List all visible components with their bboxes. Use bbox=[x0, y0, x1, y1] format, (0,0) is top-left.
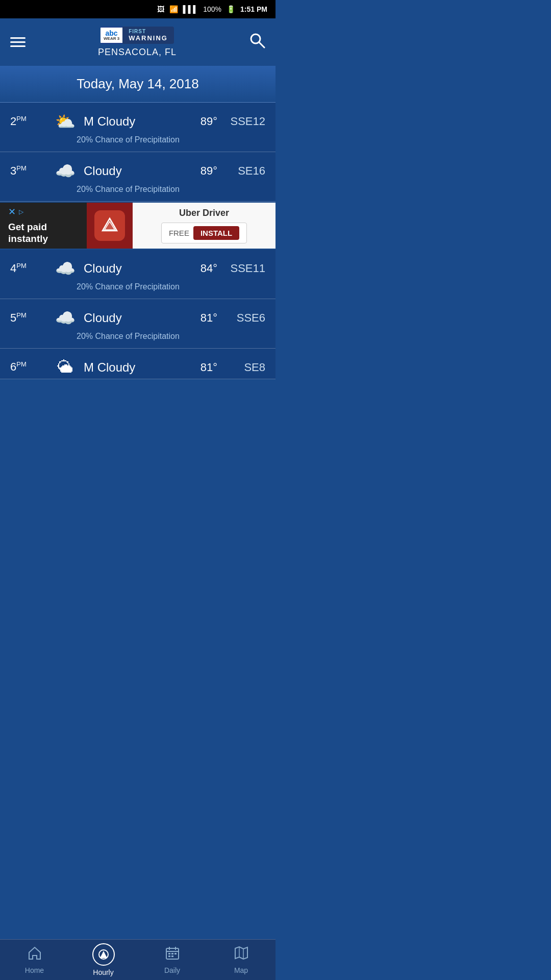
temp-2pm: 89° bbox=[182, 115, 217, 128]
wind-6pm: SE8 bbox=[224, 361, 265, 374]
time-6pm: 6PM bbox=[10, 360, 47, 374]
status-battery-icon: 🔋 bbox=[227, 5, 235, 13]
weather-icon-5pm bbox=[54, 308, 77, 328]
menu-button[interactable] bbox=[10, 37, 26, 47]
time-2pm: 2PM bbox=[10, 115, 47, 128]
weather-row-5pm: 5PM Cloudy 81° SSE6 20% Chance of Precip… bbox=[0, 299, 276, 349]
precip-3pm: 20% Chance of Precipitation bbox=[77, 185, 265, 194]
precip-4pm: 20% Chance of Precipitation bbox=[77, 282, 265, 291]
ad-left: ✕ ▷ Get paid instantly bbox=[0, 203, 87, 249]
weather-icon-4pm bbox=[54, 259, 77, 278]
status-battery: 100% bbox=[203, 5, 221, 13]
temp-3pm: 89° bbox=[182, 164, 217, 178]
status-signal-icon: ▌▌▌ bbox=[183, 5, 198, 13]
app-header: abc WEAR 3 FIRST WARNING PENSACOLA, FL bbox=[0, 18, 276, 66]
temp-6pm: 81° bbox=[182, 361, 217, 374]
logo-badge: abc WEAR 3 FIRST WARNING bbox=[101, 27, 174, 44]
wind-4pm: SSE11 bbox=[224, 262, 265, 275]
wind-2pm: SSE12 bbox=[224, 115, 265, 128]
condition-4pm: Cloudy bbox=[84, 261, 174, 276]
logo-channel: WEAR 3 bbox=[104, 37, 119, 41]
wind-3pm: SE16 bbox=[224, 164, 265, 178]
precip-5pm: 20% Chance of Precipitation bbox=[77, 332, 265, 341]
temp-4pm: 84° bbox=[182, 262, 217, 275]
wind-5pm: SSE6 bbox=[224, 311, 265, 325]
time-5pm: 5PM bbox=[10, 311, 47, 325]
weather-icon-6pm bbox=[54, 358, 77, 377]
time-4pm: 4PM bbox=[10, 262, 47, 275]
status-bar: 🖼 📶 ▌▌▌ 100% 🔋 1:51 PM bbox=[0, 0, 276, 18]
ad-get-paid-text: Get paid instantly bbox=[8, 222, 79, 245]
temp-5pm: 81° bbox=[182, 311, 217, 325]
status-wifi-icon: 📶 bbox=[169, 5, 178, 13]
ad-skip-icon[interactable]: ✕ bbox=[8, 206, 16, 217]
ad-app-name: Uber Driver bbox=[179, 208, 229, 218]
ad-install-row[interactable]: FREE INSTALL bbox=[161, 223, 247, 243]
date-header: Today, May 14, 2018 bbox=[0, 66, 276, 103]
location-label: PENSACOLA, FL bbox=[98, 47, 177, 58]
time-3pm: 3PM bbox=[10, 164, 47, 178]
weather-icon-2pm bbox=[54, 112, 77, 131]
weather-row-3pm: 3PM Cloudy 89° SE16 20% Chance of Precip… bbox=[0, 152, 276, 202]
ad-free-label: FREE bbox=[169, 229, 189, 237]
condition-2pm: M Cloudy bbox=[84, 114, 174, 129]
weather-row-2pm: 2PM M Cloudy 89° SSE12 20% Chance of Pre… bbox=[0, 103, 276, 152]
ad-right: Uber Driver FREE INSTALL bbox=[133, 203, 276, 249]
logo-area: abc WEAR 3 FIRST WARNING PENSACOLA, FL bbox=[98, 27, 177, 58]
ad-banner[interactable]: ✕ ▷ Get paid instantly Uber Driver FREE … bbox=[0, 203, 276, 249]
ad-app-icon bbox=[87, 203, 133, 249]
weather-row-6pm-partial: 6PM M Cloudy 81° SE8 bbox=[0, 349, 276, 379]
condition-3pm: Cloudy bbox=[84, 164, 174, 178]
logo-abc: abc WEAR 3 bbox=[101, 28, 122, 43]
status-time: 1:51 PM bbox=[240, 5, 267, 13]
precip-2pm: 20% Chance of Precipitation bbox=[77, 135, 265, 144]
status-photo-icon: 🖼 bbox=[157, 5, 164, 13]
condition-5pm: Cloudy bbox=[84, 311, 174, 325]
ad-play-icon: ▷ bbox=[19, 208, 23, 215]
condition-6pm: M Cloudy bbox=[84, 360, 174, 375]
weather-row-4pm: 4PM Cloudy 84° SSE11 20% Chance of Preci… bbox=[0, 250, 276, 299]
ad-uber-icon bbox=[94, 210, 125, 241]
logo-first-warning: FIRST WARNING bbox=[122, 27, 174, 44]
search-button[interactable] bbox=[249, 32, 265, 52]
ad-install-button[interactable]: INSTALL bbox=[193, 226, 239, 240]
svg-line-1 bbox=[259, 42, 264, 47]
weather-icon-3pm bbox=[54, 161, 77, 181]
